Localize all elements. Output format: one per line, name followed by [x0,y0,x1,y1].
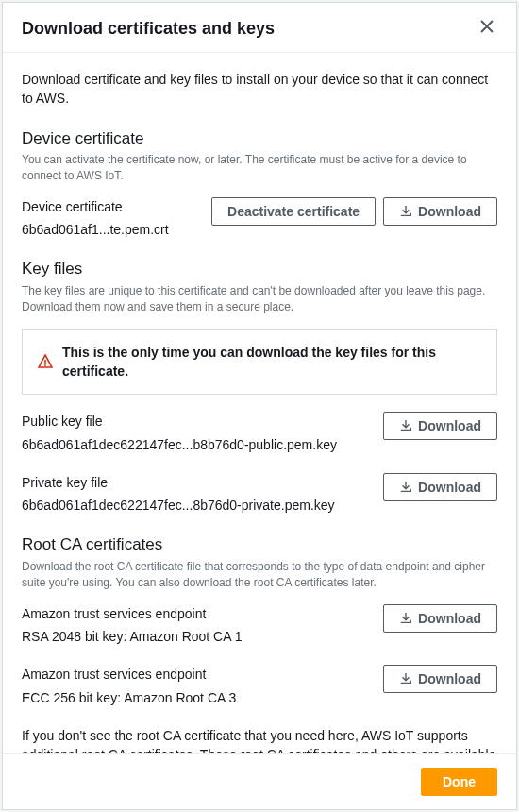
device-cert-value: 6b6ad061af1...te.pem.crt [22,220,204,239]
modal-title: Download certificates and keys [22,19,275,39]
device-cert-label: Device certificate [22,197,204,216]
key-files-heading: Key files [22,258,497,281]
device-cert-heading: Device certificate [22,127,497,151]
download-public-key-button[interactable]: Download [383,412,497,440]
root-ca-rsa-label: Amazon trust services endpoint [22,604,376,623]
public-key-label: Public key file [22,412,376,431]
root-ca-extra: If you don't see the root CA certificate… [22,726,497,753]
download-icon [399,672,412,685]
public-key-row: Public key file 6b6ad061af1dec622147fec.… [22,412,497,454]
done-button[interactable]: Done [421,768,497,796]
root-ca-heading: Root CA certificates [22,533,497,557]
download-label: Download [418,671,481,686]
download-root-ca-rsa-button[interactable]: Download [383,604,497,633]
download-label: Download [418,611,481,626]
download-icon [399,612,412,625]
root-ca-rsa-row: Amazon trust services endpoint RSA 2048 … [22,604,497,647]
root-ca-ecc-row: Amazon trust services endpoint ECC 256 b… [22,665,497,707]
alert-text: This is the only time you can download t… [62,343,481,381]
download-icon [399,205,412,218]
download-label: Download [418,204,481,219]
key-files-desc: The key files are unique to this certifi… [22,283,497,315]
modal-footer: Done [3,753,516,809]
deactivate-cert-button[interactable]: Deactivate certificate [211,197,376,226]
svg-point-1 [44,364,46,366]
download-label: Download [418,418,481,433]
modal-header: Download certificates and keys [3,3,516,53]
device-cert-desc: You can activate the certificate now, or… [22,152,497,184]
root-ca-desc: Download the root CA certificate file th… [22,559,497,591]
download-private-key-button[interactable]: Download [383,473,497,501]
device-cert-row: Device certificate 6b6ad061af1...te.pem.… [22,197,497,240]
warning-icon [38,354,53,369]
close-button[interactable] [477,16,497,41]
download-device-cert-button[interactable]: Download [383,197,497,226]
root-ca-ecc-value: ECC 256 bit key: Amazon Root CA 3 [22,688,376,707]
download-icon [399,419,412,432]
close-icon [480,20,494,33]
download-label: Download [418,480,481,495]
private-key-row: Private key file 6b6ad061af1dec622147fec… [22,473,497,516]
root-ca-rsa-value: RSA 2048 bit key: Amazon Root CA 1 [22,627,376,646]
key-files-alert: This is the only time you can download t… [22,329,497,396]
public-key-value: 6b6ad061af1dec622147fec...b8b76d0-public… [22,435,376,454]
private-key-label: Private key file [22,473,376,492]
root-ca-ecc-label: Amazon trust services endpoint [22,665,376,684]
modal-body: Download certificate and key files to in… [3,53,516,753]
download-certs-modal: Download certificates and keys Download … [2,2,517,810]
download-root-ca-ecc-button[interactable]: Download [383,665,497,693]
root-ca-extra-text: If you don't see the root CA certificate… [22,728,495,753]
private-key-value: 6b6ad061af1dec622147fec...8b76d0-private… [22,496,376,515]
download-icon [399,481,412,494]
intro-text: Download certificate and key files to in… [22,70,497,109]
